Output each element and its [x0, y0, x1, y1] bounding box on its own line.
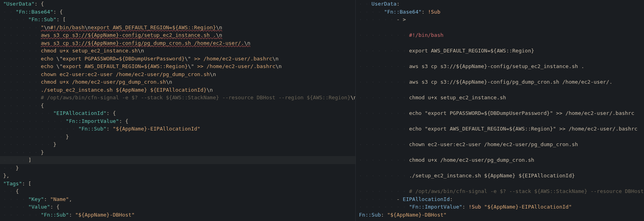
- code-line[interactable]: · · · · · · · · ./setup_ec2_instance.sh …: [356, 172, 644, 180]
- code-line[interactable]: [356, 86, 644, 94]
- code-line[interactable]: [356, 133, 644, 141]
- code-line[interactable]: [356, 24, 644, 32]
- code-line[interactable]: "UserData": {: [0, 0, 355, 8]
- code-line[interactable]: · · · · ]: [0, 156, 355, 164]
- code-line[interactable]: · · UserData:: [356, 0, 644, 8]
- code-line[interactable]: · · · · · · aws s3 cp s3://${AppName}-co…: [0, 39, 355, 47]
- code-line[interactable]: · · · · · · chown ec2-user:ec2-user /hom…: [0, 70, 355, 78]
- code-line[interactable]: · · · · · · · · "Fn::ImportValue": !Sub …: [356, 203, 644, 211]
- code-line[interactable]: · · · · · · }: [0, 149, 355, 157]
- code-line[interactable]: · · · · · · · · · · }: [0, 133, 355, 141]
- code-line[interactable]: · · · · · · "Fn::Sub": "${AppName}-DBHos…: [0, 211, 355, 219]
- code-line[interactable]: · · · · · · ./setup_ec2_instance.sh ${Ap…: [0, 86, 355, 94]
- code-line[interactable]: · · · · · · · · aws s3 cp s3://${AppName…: [356, 78, 644, 86]
- code-line[interactable]: · · · · · · · · · · "Fn::ImportValue": {: [0, 117, 355, 125]
- code-line[interactable]: · · · · · · · · · · · · "Fn::Sub": "${Ap…: [0, 125, 355, 133]
- code-line[interactable]: · · · · · · aws s3 cp s3://${AppName}-co…: [0, 31, 355, 39]
- code-line[interactable]: · · · · "Fn::Base64": !Sub: [356, 8, 644, 16]
- code-line[interactable]: · · · · "Value": {: [0, 203, 355, 211]
- right-editor-pane[interactable]: · · UserData:· · · · "Fn::Base64": !Sub·…: [356, 0, 644, 221]
- code-line[interactable]: "Tags": [: [0, 180, 355, 188]
- code-line[interactable]: [356, 117, 644, 125]
- code-line[interactable]: · · · · · · - >: [356, 16, 644, 24]
- code-line[interactable]: · · · · · · · · chmod u+x setup_ec2_inst…: [356, 94, 644, 102]
- code-line[interactable]: },: [0, 172, 355, 180]
- code-line[interactable]: · · · · · · · · echo "export AWS_DEFAULT…: [356, 125, 644, 133]
- code-line[interactable]: · · · · · · · · # /opt/aws/bin/cfn-signa…: [356, 187, 644, 195]
- code-line[interactable]: · · · · "Fn::Sub": [: [0, 16, 355, 24]
- code-line[interactable]: [356, 180, 644, 188]
- code-line[interactable]: [356, 70, 644, 78]
- code-line[interactable]: [356, 55, 644, 63]
- code-line[interactable]: · · · · · · # /opt/aws/bin/cfn-signal -e…: [0, 94, 355, 102]
- code-line[interactable]: · · }: [0, 164, 355, 172]
- code-line[interactable]: · · · · · · · · }: [0, 141, 355, 149]
- code-line[interactable]: · · · · "Key": "Name",: [0, 195, 355, 203]
- code-line[interactable]: [356, 39, 644, 47]
- code-line[interactable]: · · · · · · {: [0, 102, 355, 110]
- code-line[interactable]: [356, 149, 644, 157]
- code-line[interactable]: · · "Fn::Base64": {: [0, 8, 355, 16]
- code-line[interactable]: · · · · · · · · "EIPAllocationId": {: [0, 109, 355, 117]
- code-line[interactable]: Fn::Sub: "${AppName}-DBHost": [356, 211, 644, 219]
- code-line[interactable]: · · · · · · · · chmod u+x /home/ec2-user…: [356, 156, 644, 164]
- code-line[interactable]: · · · · · · chmod u+x setup_ec2_instance…: [0, 47, 355, 55]
- code-line[interactable]: · · · · · · · · chown ec2-user:ec2-user …: [356, 141, 644, 149]
- code-line[interactable]: · · · · · · echo \"export AWS_DEFAULT_RE…: [0, 62, 355, 70]
- code-line[interactable]: · · · · · · chmod u+x /home/ec2-user/pg_…: [0, 78, 355, 86]
- code-line[interactable]: · · · · · · · · export AWS_DEFAULT_REGIO…: [356, 47, 644, 55]
- left-editor-pane[interactable]: "UserData": {· · "Fn::Base64": {· · · · …: [0, 0, 356, 221]
- code-line[interactable]: · · · · · · · · #!/bin/bash: [356, 31, 644, 39]
- code-line[interactable]: · · · · · · · · aws s3 cp s3://${AppName…: [356, 62, 644, 70]
- code-line[interactable]: · · · · · · "\n#!/bin/bash\nexport AWS_D…: [0, 24, 355, 32]
- code-line[interactable]: · · · · · · · · echo "export PGPASSWORD=…: [356, 109, 644, 117]
- code-line[interactable]: [356, 102, 644, 110]
- code-line[interactable]: · · · · · · echo \"export PGPASSWORD=${D…: [0, 55, 355, 63]
- code-line[interactable]: [356, 164, 644, 172]
- code-line[interactable]: · · {: [0, 187, 355, 195]
- code-line[interactable]: · · · · · · - EIPAllocationId:: [356, 195, 644, 203]
